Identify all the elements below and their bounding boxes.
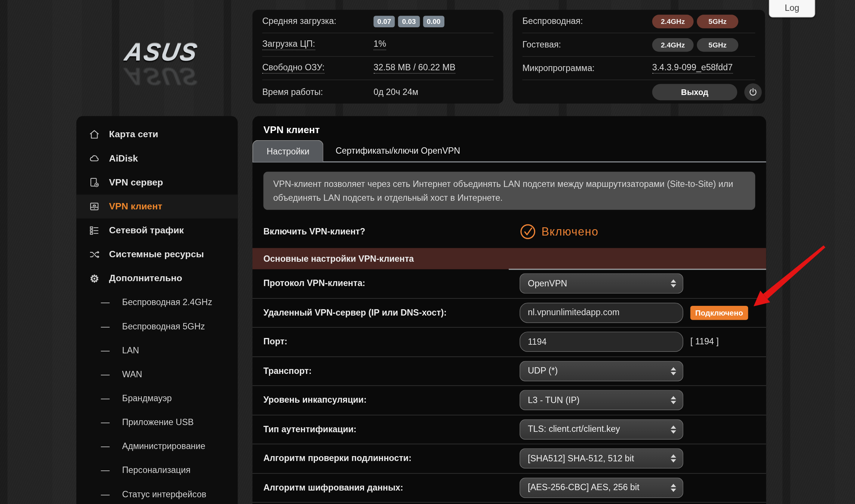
load-average-row: Средняя загрузка: 0.07 0.03 0.00 [262, 10, 493, 33]
tab-settings[interactable]: Настройки [252, 140, 324, 162]
dash-icon: — [101, 442, 109, 451]
reboot-button[interactable] [744, 83, 762, 101]
select-arrows-icon [671, 280, 676, 288]
select-arrows-icon [671, 396, 676, 405]
select-arrows-icon [671, 367, 676, 375]
tab-certificates[interactable]: Сертификаты/ключи OpenVPN [335, 146, 460, 162]
sidebar-subitem-interface-status[interactable]: —Статус интерфейсов [76, 482, 238, 504]
uptime-row: Время работы: 0д 20ч 24м [262, 80, 493, 104]
sidebar-subitem-personalization[interactable]: —Персонализация [76, 458, 238, 482]
port-default-hint: [ 1194 ] [690, 337, 719, 347]
enabled-status-text: Включено [542, 225, 599, 238]
cipher-algorithm-row: Алгоритм шифрования данных: [AES-256-CBC… [252, 473, 766, 503]
cipher-algorithm-select[interactable]: [AES-256-CBC] AES, 256 bit [520, 477, 683, 498]
sidebar-subitem-lan[interactable]: —LAN [76, 338, 238, 362]
sidebar-item-aidisk[interactable]: AiDisk [76, 147, 238, 170]
asus-logo: ASUS ASUS [107, 38, 216, 90]
free-ram-row: Свободно ОЗУ: 32.58 MB / 60.22 MB [262, 57, 493, 80]
sidebar-item-network-traffic[interactable]: Сетевой трафик [76, 219, 238, 243]
guest-row: Гостевая: 2.4GHz 5GHz [522, 33, 756, 57]
sidebar-item-advanced[interactable]: ⚙ Дополнительно [76, 267, 238, 291]
transport-select[interactable]: UDP (*) [520, 361, 683, 381]
logout-row: Выход [522, 80, 756, 104]
enabled-check-icon[interactable] [520, 224, 536, 240]
cpu-load-value[interactable]: 1% [374, 39, 386, 50]
uptime-label: Время работы: [262, 87, 323, 97]
cloud-icon [88, 153, 100, 165]
select-arrows-icon [671, 455, 676, 463]
sidebar-item-network-map[interactable]: Карта сети [76, 123, 238, 147]
firmware-row: Микропрограмма: 3.4.3.9-099_e58fdd7 [522, 57, 756, 80]
load-1min-badge: 0.07 [374, 16, 395, 27]
dash-icon: — [101, 322, 109, 331]
hash-algorithm-row: Алгоритм проверки подлинности: [SHA512] … [252, 444, 766, 473]
sidebar-subitem-administration[interactable]: —Администрирование [76, 434, 238, 458]
logout-button[interactable]: Выход [652, 84, 737, 100]
enable-vpn-row: Включить VPN-клиент? Включено [252, 221, 766, 242]
sidebar-subitem-wireless-5[interactable]: —Беспроводная 5GHz [76, 314, 238, 338]
vpn-client-description: VPN-клиент позволяет через сеть Интернет… [263, 172, 755, 210]
log-button-label: Log [785, 3, 799, 13]
basic-settings-section-header: Основные настройки VPN-клиента [252, 248, 766, 269]
gear-icon: ⚙ [88, 273, 100, 285]
tab-bar: Настройки Сертификаты/ключи OpenVPN [252, 141, 766, 162]
free-ram-value[interactable]: 32.58 MB / 60.22 MB [374, 63, 456, 74]
vpn-server-icon [88, 176, 100, 188]
dash-icon: — [101, 418, 109, 427]
guest-24ghz-toggle[interactable]: 2.4GHz [652, 38, 694, 51]
wireless-row: Беспроводная: 2.4GHz 5GHz [522, 10, 756, 33]
firmware-label: Микропрограмма: [522, 63, 595, 73]
sidebar-subitem-wireless-24[interactable]: —Беспроводная 2.4GHz [76, 291, 238, 314]
encapsulation-row: Уровень инкапсуляции: L3 - TUN (IP) [252, 386, 766, 415]
dash-icon: — [101, 298, 109, 307]
remote-server-input[interactable] [520, 303, 683, 323]
sidebar-subitem-usb-app[interactable]: —Приложение USB [76, 411, 238, 434]
shuffle-icon [88, 249, 100, 261]
guest-5ghz-toggle[interactable]: 5GHz [697, 38, 738, 51]
sidebar-item-vpn-client[interactable]: VPN клиент [76, 194, 238, 218]
hash-algorithm-select[interactable]: [SHA512] SHA-512, 512 bit [520, 448, 683, 468]
traffic-list-icon [88, 225, 100, 237]
protocol-select[interactable]: OpenVPN [520, 274, 683, 294]
enable-vpn-label: Включить VPN-клиент? [252, 227, 365, 236]
home-icon [88, 129, 100, 141]
load-5min-badge: 0.03 [398, 16, 420, 27]
wireless-panel: Беспроводная: 2.4GHz 5GHz Гостевая: 2.4G… [512, 10, 765, 104]
system-status-panel: Средняя загрузка: 0.07 0.03 0.00 Загрузк… [252, 10, 503, 104]
wireless-5ghz-toggle[interactable]: 5GHz [697, 15, 738, 28]
port-input[interactable] [520, 332, 683, 352]
cpu-load-row: Загрузка ЦП: 1% [262, 33, 493, 57]
sidebar-item-system-resources[interactable]: Системные ресурсы [76, 243, 238, 267]
dash-icon: — [101, 345, 109, 355]
sidebar-item-vpn-server[interactable]: VPN сервер [76, 170, 238, 194]
cpu-load-label[interactable]: Загрузка ЦП: [262, 39, 315, 50]
auth-type-select[interactable]: TLS: client.crt/client.key [520, 419, 683, 439]
vpn-client-icon [88, 201, 100, 213]
uptime-value: 0д 20ч 24м [374, 87, 419, 97]
transport-row: Транспорт: UDP (*) [252, 357, 766, 386]
free-ram-label[interactable]: Свободно ОЗУ: [262, 63, 324, 74]
dash-icon: — [101, 465, 109, 475]
asus-logo-reflection: ASUS [104, 62, 218, 90]
dash-icon: — [101, 394, 109, 403]
select-arrows-icon [671, 484, 676, 492]
page-background: Log ASUS ASUS Средняя загрузка: 0.07 0.0… [0, 0, 855, 504]
protocol-row: Протокол VPN-клиента: OpenVPN [252, 269, 766, 298]
auth-type-row: Тип аутентификации: TLS: client.crt/clie… [252, 415, 766, 444]
power-icon [748, 87, 758, 97]
dash-icon: — [101, 369, 109, 379]
port-row: Порт: [ 1194 ] [252, 328, 766, 357]
vpn-client-panel: VPN клиент Настройки Сертификаты/ключи O… [252, 116, 766, 504]
guest-label: Гостевая: [522, 40, 561, 49]
sidebar-subitem-wan[interactable]: —WAN [76, 363, 238, 387]
firmware-version-link[interactable]: 3.4.3.9-099_e58fdd7 [652, 63, 733, 74]
encapsulation-select[interactable]: L3 - TUN (IP) [520, 390, 683, 410]
sidebar-subitem-firewall[interactable]: —Брандмауэр [76, 387, 238, 411]
sidebar-nav: Карта сети AiDisk VPN сервер VPN клиент … [76, 116, 238, 504]
load-15min-badge: 0.00 [423, 16, 444, 27]
log-button[interactable]: Log [769, 0, 815, 18]
remote-server-row: Удаленный VPN-сервер (IP или DNS-хост): … [252, 298, 766, 328]
load-average-label: Средняя загрузка: [262, 16, 336, 26]
wireless-24ghz-toggle[interactable]: 2.4GHz [652, 15, 694, 28]
page-title: VPN клиент [252, 116, 766, 136]
